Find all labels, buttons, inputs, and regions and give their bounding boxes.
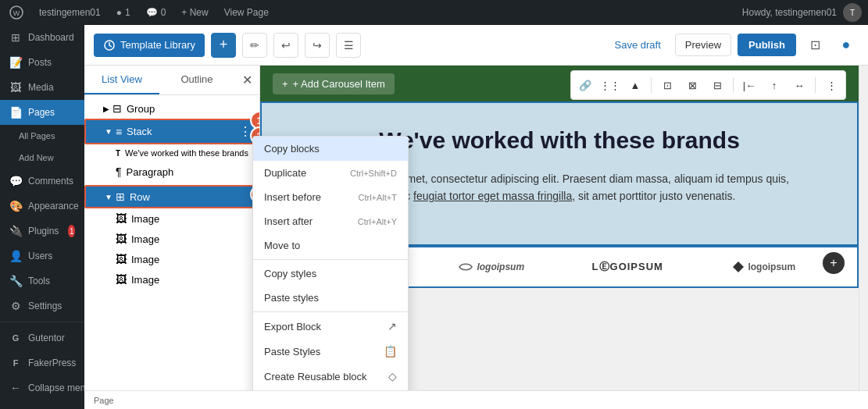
comments-icon: 💬 (9, 175, 22, 187)
heading-icon: T (116, 149, 120, 158)
sidebar-collapse-btn[interactable]: ← Collapse menu (0, 375, 84, 400)
stretch-btn[interactable]: ↔ (788, 74, 810, 96)
link-btn[interactable]: 🔗 (574, 74, 596, 96)
sidebar-item-comments[interactable]: 💬 Comments (0, 169, 84, 194)
block-item-image-2[interactable]: 🖼 Image (84, 229, 259, 249)
undo-button[interactable]: ↩ (273, 33, 298, 58)
gutentor-icon: G (9, 332, 22, 344)
add-block-button[interactable]: + (211, 33, 236, 58)
editor-body: List View Outline ✕ ▶ ⊟ Group ▼ (84, 66, 868, 390)
tab-outline[interactable]: Outline (159, 66, 234, 94)
svg-text:W: W (13, 9, 20, 17)
sidebar-item-gutentor[interactable]: G Gutentor (0, 325, 84, 350)
menu-item-copy-blocks[interactable]: Copy blocks (253, 137, 408, 161)
row-icon: ⊞ (116, 190, 125, 203)
menu-item-insert-before[interactable]: Insert before Ctrl+Alt+T (253, 185, 408, 209)
view-options-button[interactable]: ⊡ (802, 33, 827, 58)
menu-item-export-block[interactable]: Export Block ↗ (253, 314, 408, 339)
admin-bar: W testingemen01 ● 1 💬 0 + New View Page … (0, 0, 868, 25)
menu-item-duplicate[interactable]: Duplicate Ctrl+Shift+D (253, 161, 408, 185)
sidebar-item-posts[interactable]: 📝 Posts (0, 50, 84, 75)
chevron-icon: ▼ (105, 127, 113, 136)
right-scrollbar[interactable] (859, 66, 868, 390)
toolbar-sep-2 (733, 77, 734, 93)
block-item-stack[interactable]: ▼ ≡ Stack ⋮ (84, 119, 259, 144)
menu-divider-2 (253, 311, 408, 312)
block-toolbar: 🔗 ⋮⋮ ▲ ⊡ ⊠ ⊟ |← ↑ ↔ ⋮ (570, 70, 846, 100)
publish-button[interactable]: Publish (738, 34, 796, 56)
block-tree: ▶ ⊟ Group ▼ ≡ Stack ⋮ 1 (84, 95, 259, 390)
updates-count[interactable]: ● 1 (113, 7, 134, 18)
menu-item-paste-styles[interactable]: Paste styles (253, 286, 408, 310)
menu-item-paste-styles2[interactable]: Paste Styles 📋 (253, 339, 408, 364)
sidebar-item-plugins[interactable]: 🔌 Plugins 1 (0, 219, 84, 244)
editor-area: Template Library + ✏ ↩ ↪ ☰ Save draft Pr… (84, 25, 868, 409)
block-item-group[interactable]: ▶ ⊟ Group (84, 98, 259, 119)
block-item-image-4[interactable]: 🖼 Image (84, 269, 259, 290)
plus-icon: + (282, 78, 288, 90)
menu-item-copy-styles[interactable]: Copy styles (253, 261, 408, 286)
stack-wrapper: ▼ ≡ Stack ⋮ 1 3 (84, 119, 259, 144)
sidebar-item-pages[interactable]: 📄 Pages (0, 100, 84, 125)
comments-count[interactable]: 💬 0 (143, 7, 170, 18)
menu-item-move-to[interactable]: Move to (253, 233, 408, 258)
sidebar-item-settings[interactable]: ⚙ Settings (0, 293, 84, 318)
site-name[interactable]: testingemen01 (36, 7, 104, 18)
panel-close-button[interactable]: ✕ (234, 68, 259, 93)
tools-icon: 🔧 (9, 275, 22, 287)
block-item-image-3[interactable]: 🖼 Image (84, 249, 259, 269)
up-btn[interactable]: ▲ (624, 74, 646, 96)
menu-item-create-reusable[interactable]: Create Reusable block ◇ (253, 364, 408, 389)
menu-item-insert-after[interactable]: Insert after Ctrl+Alt+Y (253, 209, 408, 233)
block-item-row[interactable]: ▼ ⊞ Row (84, 185, 259, 208)
align-btn[interactable]: ⊡ (656, 74, 678, 96)
paste-icon: 📋 (384, 345, 397, 357)
sidebar-item-tools[interactable]: 🔧 Tools (0, 269, 84, 293)
user-avatar[interactable]: T (843, 3, 862, 22)
preview-button[interactable]: Preview (675, 34, 731, 56)
paragraph-icon: ¶ (116, 165, 122, 178)
sidebar-item-media[interactable]: 🖼 Media (0, 75, 84, 100)
redo-button[interactable]: ↪ (305, 33, 330, 58)
sidebar-item-dashboard[interactable]: ⊞ Dashboard (0, 25, 84, 50)
drag-btn[interactable]: ⋮⋮ (599, 74, 621, 96)
chevron-icon: ▼ (105, 193, 113, 201)
wp-logo-btn[interactable]: W (6, 5, 27, 20)
sidebar-item-add-new[interactable]: Add New (0, 147, 84, 169)
center-btn[interactable]: ⊠ (681, 74, 703, 96)
view-page-btn[interactable]: View Page (221, 7, 272, 18)
hamburger-button[interactable]: ☰ (336, 33, 361, 58)
sidebar-item-all-pages[interactable]: All Pages (0, 125, 84, 147)
full-btn[interactable]: ⊟ (706, 74, 728, 96)
new-btn[interactable]: + New (178, 7, 211, 18)
logo-3: LⒺGOIPSUM (566, 260, 690, 274)
block-item-paragraph[interactable]: ¶ Paragraph (84, 162, 259, 182)
add-carousel-button[interactable]: + + Add Carousel Item (273, 73, 395, 94)
sidebar-item-users[interactable]: 👤 Users (0, 244, 84, 269)
logo-4: logoipsum (702, 261, 827, 273)
sidebar-item-appearance[interactable]: 🎨 Appearance (0, 194, 84, 219)
left-align-btn[interactable]: |← (738, 74, 760, 96)
appearance-icon: 🎨 (9, 200, 22, 212)
wp-sidebar: ⊞ Dashboard 📝 Posts 🖼 Media 📄 Pages All … (0, 25, 84, 409)
block-item-image-1[interactable]: 🖼 Image (84, 208, 259, 229)
sidebar-divider (0, 322, 84, 322)
posts-icon: 📝 (9, 56, 22, 69)
editor-topbar: Template Library + ✏ ↩ ↪ ☰ Save draft Pr… (84, 25, 868, 66)
add-block-plus-button[interactable]: + (823, 252, 845, 274)
bottom-bar-label: Page (94, 396, 114, 405)
logo-2: logoipsum (430, 261, 554, 272)
more-btn[interactable]: ⋮ (820, 74, 842, 96)
pen-tool-button[interactable]: ✏ (242, 33, 267, 58)
tab-list-view[interactable]: List View (84, 66, 159, 94)
settings-button[interactable]: ● (834, 33, 859, 58)
panel-tabs-row: List View Outline ✕ (84, 66, 259, 95)
howdy-label: Howdy, testingemen01 (742, 7, 837, 18)
block-item-brands-text[interactable]: T We've worked with these brands (84, 144, 259, 162)
svg-marker-4 (733, 261, 744, 272)
sidebar-item-fakerpress[interactable]: F FakerPress (0, 350, 84, 375)
save-draft-button[interactable]: Save draft (607, 34, 669, 55)
template-library-button[interactable]: Template Library (94, 34, 205, 57)
image-icon: 🖼 (116, 233, 127, 245)
top-align-btn[interactable]: ↑ (763, 74, 785, 96)
